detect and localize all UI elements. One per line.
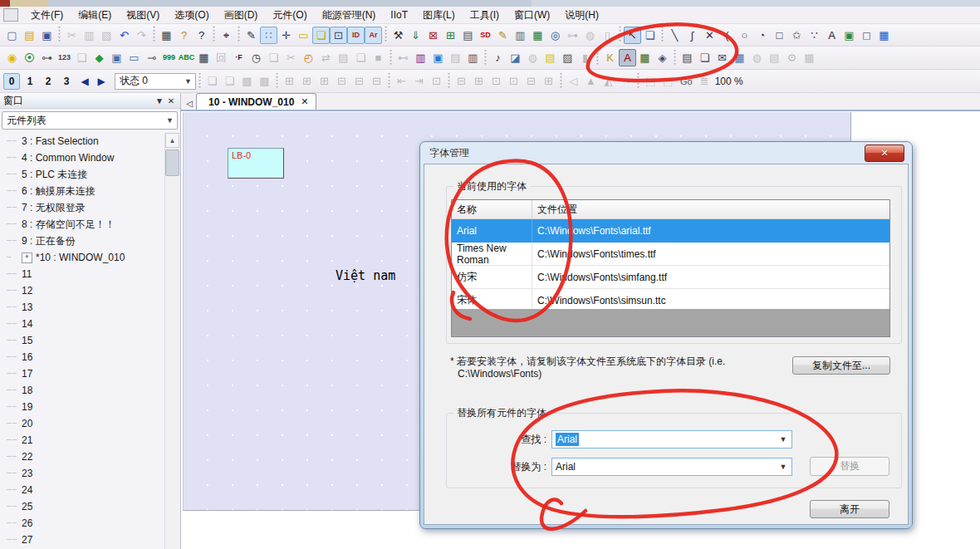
usb-host-icon[interactable]: ⊷ — [394, 49, 412, 66]
gear-icon[interactable]: ⚙ — [783, 49, 801, 66]
prev-state-icon[interactable]: ◀ — [76, 74, 93, 89]
id-icon[interactable]: ID — [347, 27, 365, 44]
arc-icon[interactable]: ( — [718, 27, 736, 44]
pin-icon[interactable]: ⊸ — [617, 72, 635, 90]
item-list-icon[interactable]: ▤ — [447, 49, 464, 66]
text-object[interactable]: Việt nam — [336, 268, 395, 283]
help-cursor-icon[interactable]: ? — [193, 27, 210, 44]
align-left-icon[interactable]: ⊞ — [281, 72, 298, 90]
panel-view-combo[interactable]: 元件列表 ▼ — [2, 111, 178, 130]
offline-sim-icon[interactable]: ⊠ — [424, 27, 442, 44]
tab-window-010[interactable]: 10 - WINDOW_010 ✕ — [196, 93, 316, 110]
tree-item-9[interactable]: ┈┈9 : 正在备份 — [7, 233, 165, 249]
address-grab-icon[interactable]: ❏ — [696, 49, 713, 66]
tree-item-5[interactable]: ┈┈5 : PLC 未连接 — [7, 166, 165, 183]
tree-scrollbar[interactable]: ▲ — [164, 133, 179, 549]
group-icon[interactable]: ⬚ — [642, 72, 659, 90]
font-table-row[interactable]: Times New RomanC:\Windows\Fonts\times.tt… — [452, 243, 889, 266]
arrange-front-icon[interactable]: ❏ — [203, 72, 221, 90]
trim-icon[interactable]: ✂ — [282, 49, 300, 66]
find-icon[interactable]: ⌖ — [218, 27, 235, 44]
menu-item-11[interactable]: 说明(H) — [557, 7, 606, 24]
tree-item-19[interactable]: ┈┈19 — [7, 399, 165, 415]
online-sim-icon[interactable]: ⊞ — [442, 27, 459, 44]
scale-icon[interactable]: ◻ — [858, 27, 875, 44]
font-table-row[interactable]: 仿宋C:\Windows\Fonts\simfang.ttf — [452, 266, 889, 289]
search-pc-icon[interactable]: ◎ — [546, 27, 564, 44]
panel-close-icon[interactable]: ✕ — [165, 96, 177, 105]
tree-item-21[interactable]: ┈┈21 — [7, 432, 165, 449]
tree-item-14[interactable]: ┈┈14 — [7, 316, 165, 332]
new-icon[interactable]: ▢ — [3, 27, 21, 44]
text-icon[interactable]: A — [823, 27, 840, 44]
go-label[interactable]: Go — [680, 76, 693, 86]
tree-item-13[interactable]: ┈┈13 — [7, 299, 165, 316]
arrange-backer-icon[interactable]: ▩ — [256, 72, 273, 90]
tab-close-icon[interactable]: ✕ — [301, 96, 308, 107]
pin-right-icon[interactable]: ⊡ — [505, 72, 522, 90]
backup-icon[interactable]: ❏ — [352, 49, 370, 66]
object-properties-icon[interactable]: ❏ — [641, 27, 659, 44]
copy-files-button[interactable]: 复制文件至... — [792, 356, 890, 375]
pen-style-icon[interactable]: ✎ — [243, 27, 260, 44]
height-equal-icon[interactable]: ⇥ — [410, 72, 428, 90]
clock-icon[interactable]: ◷ — [247, 49, 265, 66]
exit-button[interactable]: 离开 — [810, 500, 889, 518]
polyline-icon[interactable]: ✕ — [701, 27, 718, 44]
state-button-0[interactable]: 0 — [3, 73, 20, 90]
usb-download-icon[interactable]: ⊶ — [564, 27, 581, 44]
bar-icon[interactable]: ▮ — [576, 49, 594, 66]
window-label-icon[interactable]: ▭ — [295, 27, 312, 44]
bit-lamp-icon[interactable]: ◉ — [3, 49, 21, 66]
font-table-row[interactable]: ArialC:\Windows\Fonts\arial.ttf — [452, 219, 889, 243]
picture-manage-icon[interactable]: ▦ — [636, 49, 654, 66]
column-name[interactable]: 名称 — [452, 200, 532, 218]
media-icon[interactable]: ▣ — [429, 49, 447, 66]
set-bit-icon[interactable]: ⊶ — [38, 49, 56, 66]
cellular-icon[interactable]: ▯ — [599, 27, 616, 44]
tree-item-16[interactable]: ┈┈16 — [7, 349, 165, 365]
menu-item-3[interactable]: 选项(O) — [167, 7, 216, 24]
size-equal-icon[interactable]: ⊡ — [428, 72, 445, 90]
system-tools-icon[interactable]: ⚒ — [390, 27, 407, 44]
align-middle-icon[interactable]: ⊟ — [350, 72, 368, 90]
tree-item-26[interactable]: ┈┈26 — [7, 515, 165, 532]
edit-data-icon[interactable]: ✎ — [494, 27, 512, 44]
csv-icon[interactable]: ▥ — [512, 27, 529, 44]
column-location[interactable]: 文件位置 — [532, 200, 889, 218]
space-v-icon[interactable]: ⊞ — [540, 72, 557, 90]
tree-item-8[interactable]: ┈┈8 : 存储空间不足！！ — [7, 216, 165, 233]
scrollbar-thumb[interactable] — [165, 150, 179, 176]
tree-item-15[interactable]: ┈┈15 — [7, 332, 165, 349]
mail-icon[interactable]: ✉ — [713, 49, 731, 66]
sound-icon[interactable]: ♪ — [489, 49, 507, 66]
ge-icon[interactable]: ❏ — [73, 49, 91, 66]
scroll-up-icon[interactable]: ▲ — [165, 133, 179, 148]
dialog-close-button[interactable]: ✕ — [865, 145, 904, 162]
nudge-right-icon[interactable]: ⊞ — [470, 72, 488, 90]
state-combo[interactable]: 状态 0 ▼ — [115, 73, 196, 90]
tree-item-17[interactable]: ┈┈17 — [7, 365, 165, 382]
tree-item-12[interactable]: ┈┈12 — [7, 282, 165, 299]
font-table[interactable]: 名称 文件位置 ArialC:\Windows\Fonts\arial.ttfT… — [451, 199, 890, 337]
spray-icon[interactable]: ∵ — [806, 27, 823, 44]
arrange-back-icon[interactable]: ❏ — [221, 72, 238, 90]
menu-item-0[interactable]: 文件(F) — [23, 7, 71, 24]
menu-item-8[interactable]: 图库(L) — [415, 7, 463, 24]
paste-icon[interactable]: ▧ — [98, 27, 115, 44]
support-icon[interactable]: ◍ — [748, 49, 766, 66]
tab-scroll-left-icon[interactable]: ◁ — [183, 96, 196, 110]
bit-lamp-object[interactable]: LB-0 — [228, 148, 284, 179]
open-icon[interactable]: ▤ — [21, 27, 38, 44]
org-icon[interactable]: ▦ — [801, 49, 818, 66]
arrange-fronter-icon[interactable]: ▩ — [238, 72, 256, 90]
scheduler-icon[interactable]: ◴ — [300, 49, 317, 66]
menu-item-5[interactable]: 元件(O) — [265, 7, 314, 24]
set-word-icon[interactable]: 123 — [56, 49, 73, 66]
menu-item-9[interactable]: 工具(I) — [463, 7, 507, 24]
replace-button[interactable]: 替换 — [810, 457, 889, 476]
about-icon[interactable]: ? — [175, 27, 193, 44]
bezier-icon[interactable]: ʃ — [684, 27, 701, 44]
string-table-icon[interactable]: K — [601, 49, 619, 66]
menu-item-2[interactable]: 视图(V) — [119, 7, 167, 24]
